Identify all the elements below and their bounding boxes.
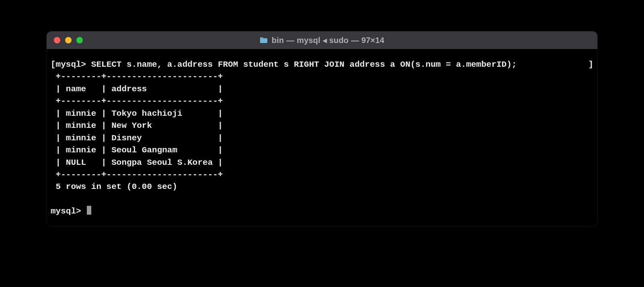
table-row: | minnie | Seoul Gangnam | — [51, 144, 593, 156]
close-icon[interactable] — [54, 37, 60, 43]
table-border: +--------+----------------------+ — [51, 169, 593, 181]
prompt-line: mysql> — [51, 205, 593, 217]
table-row: | NULL | Songpa Seoul S.Korea | — [51, 157, 593, 169]
minimize-icon[interactable] — [65, 37, 72, 43]
terminal-body[interactable]: [mysql> SELECT s.name, a.address FROM st… — [47, 49, 597, 226]
cursor-icon — [87, 206, 91, 215]
table-header: | name | address | — [51, 83, 593, 95]
folder-icon — [260, 37, 268, 43]
result-summary: 5 rows in set (0.00 sec) — [51, 181, 593, 193]
table-row: | minnie | New York | — [51, 120, 593, 132]
titlebar: bin — mysql ◂ sudo — 97×14 — [47, 31, 597, 49]
table-border: +--------+----------------------+ — [51, 95, 593, 107]
prompt-line: [mysql> SELECT s.name, a.address FROM st… — [51, 59, 593, 71]
table-row: | minnie | Disney | — [51, 132, 593, 144]
table-border: +--------+----------------------+ — [51, 71, 593, 83]
window-title: bin — mysql ◂ sudo — 97×14 — [47, 35, 597, 45]
window-title-text: bin — mysql ◂ sudo — 97×14 — [272, 35, 384, 45]
traffic-lights — [54, 37, 83, 43]
table-row: | minnie | Tokyo hachioji | — [51, 108, 593, 120]
sql-query: SELECT s.name, a.address FROM student s … — [91, 60, 517, 69]
zoom-icon[interactable] — [76, 37, 83, 43]
terminal-window: bin — mysql ◂ sudo — 97×14 [mysql> SELEC… — [47, 31, 597, 226]
blank-line — [51, 193, 593, 205]
